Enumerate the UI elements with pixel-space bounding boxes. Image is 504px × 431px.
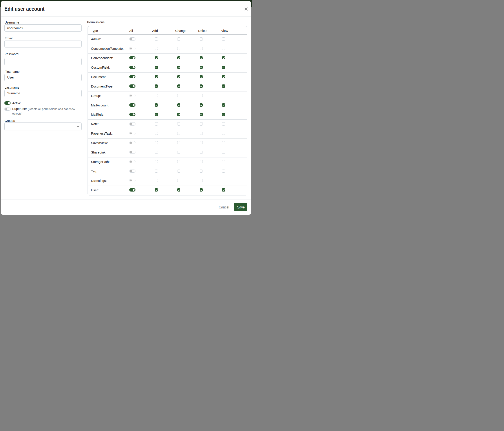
perm-all-toggle[interactable] (129, 113, 135, 116)
perm-all-toggle[interactable] (129, 47, 135, 50)
perm-delete-checkbox[interactable] (200, 94, 203, 97)
perm-add-checkbox[interactable] (155, 113, 158, 116)
perm-delete-checkbox[interactable] (200, 141, 203, 144)
check-icon (155, 189, 158, 191)
perm-delete-checkbox[interactable] (200, 37, 203, 41)
perm-view-checkbox[interactable] (222, 122, 225, 126)
active-toggle[interactable] (4, 101, 10, 105)
perm-change-checkbox[interactable] (177, 113, 180, 116)
perm-add-checkbox[interactable] (155, 66, 158, 69)
perm-change-checkbox[interactable] (177, 132, 180, 135)
perm-change-checkbox[interactable] (177, 84, 180, 88)
perm-view-checkbox[interactable] (222, 113, 225, 116)
perm-change-checkbox[interactable] (177, 170, 180, 173)
save-button[interactable]: Save (234, 203, 247, 211)
perm-delete-checkbox[interactable] (200, 75, 203, 79)
perm-add-checkbox[interactable] (155, 170, 158, 173)
perm-add-checkbox[interactable] (155, 47, 158, 50)
perm-add-checkbox[interactable] (155, 188, 158, 191)
perm-change-checkbox[interactable] (177, 160, 180, 163)
perm-delete-checkbox[interactable] (200, 122, 203, 126)
superuser-toggle[interactable] (4, 108, 10, 111)
perm-view-checkbox[interactable] (222, 188, 225, 191)
perm-add-checkbox[interactable] (155, 179, 158, 182)
perm-all-toggle[interactable] (129, 160, 135, 163)
perm-delete-checkbox[interactable] (200, 103, 203, 107)
perm-delete-checkbox[interactable] (200, 113, 203, 116)
perm-delete-checkbox[interactable] (200, 179, 203, 182)
perm-change-checkbox[interactable] (177, 47, 180, 50)
username-input[interactable] (4, 24, 81, 32)
perm-change-checkbox[interactable] (177, 179, 180, 182)
perm-add-checkbox[interactable] (155, 151, 158, 154)
perm-change-checkbox[interactable] (177, 188, 180, 191)
perm-delete-checkbox[interactable] (200, 56, 203, 60)
perm-view-checkbox[interactable] (222, 84, 225, 88)
perm-all-toggle[interactable] (129, 75, 135, 79)
last-name-input[interactable] (4, 90, 81, 97)
close-button[interactable] (243, 6, 249, 12)
perm-add-checkbox[interactable] (155, 132, 158, 135)
perm-add-checkbox[interactable] (155, 103, 158, 107)
perm-all-toggle[interactable] (129, 103, 135, 107)
perm-delete-checkbox[interactable] (200, 47, 203, 50)
perm-all-toggle[interactable] (129, 132, 135, 135)
perm-all-toggle[interactable] (129, 84, 135, 88)
email-input[interactable] (4, 40, 81, 47)
perm-delete-checkbox[interactable] (200, 132, 203, 135)
password-input[interactable] (4, 58, 81, 65)
perm-col-header-type: Type (91, 27, 98, 35)
perm-view-checkbox[interactable] (222, 66, 225, 69)
perm-add-checkbox[interactable] (155, 160, 158, 163)
perm-change-checkbox[interactable] (177, 56, 180, 60)
perm-change-checkbox[interactable] (177, 103, 180, 107)
perm-view-checkbox[interactable] (222, 160, 225, 163)
perm-delete-checkbox[interactable] (200, 151, 203, 154)
perm-add-checkbox[interactable] (155, 94, 158, 97)
perm-add-checkbox[interactable] (155, 75, 158, 79)
perm-delete-checkbox[interactable] (200, 84, 203, 88)
perm-view-checkbox[interactable] (222, 56, 225, 60)
perm-view-checkbox[interactable] (222, 141, 225, 144)
perm-all-toggle[interactable] (129, 94, 135, 97)
perm-change-checkbox[interactable] (177, 122, 180, 126)
perm-add-checkbox[interactable] (155, 122, 158, 126)
perm-add-checkbox[interactable] (155, 141, 158, 144)
perm-delete-checkbox[interactable] (200, 160, 203, 163)
perm-view-checkbox[interactable] (222, 179, 225, 182)
perm-view-checkbox[interactable] (222, 132, 225, 135)
perm-delete-checkbox[interactable] (200, 170, 203, 173)
field-label: First name (4, 69, 81, 74)
perm-delete-checkbox[interactable] (200, 66, 203, 69)
perm-all-toggle[interactable] (129, 122, 135, 126)
perm-view-checkbox[interactable] (222, 47, 225, 50)
perm-change-checkbox[interactable] (177, 141, 180, 144)
perm-all-toggle[interactable] (129, 37, 135, 41)
perm-view-checkbox[interactable] (222, 103, 225, 107)
perm-all-toggle[interactable] (129, 56, 135, 60)
perm-view-checkbox[interactable] (222, 75, 225, 79)
perm-view-checkbox[interactable] (222, 94, 225, 97)
perm-all-toggle[interactable] (129, 170, 135, 173)
first-name-input[interactable] (4, 74, 81, 81)
perm-view-checkbox[interactable] (222, 37, 225, 41)
perm-delete-checkbox[interactable] (200, 188, 203, 191)
perm-add-checkbox[interactable] (155, 56, 158, 60)
perm-all-toggle[interactable] (129, 141, 135, 144)
perm-all-toggle[interactable] (129, 66, 135, 69)
perm-all-toggle[interactable] (129, 151, 135, 154)
perm-change-checkbox[interactable] (177, 75, 180, 79)
perm-change-checkbox[interactable] (177, 66, 180, 69)
perm-add-checkbox[interactable] (155, 84, 158, 88)
perm-change-checkbox[interactable] (177, 37, 180, 41)
perm-add-checkbox[interactable] (155, 37, 158, 41)
perm-change-checkbox[interactable] (177, 94, 180, 97)
toggle-knob (133, 114, 135, 116)
perm-all-toggle[interactable] (129, 179, 135, 182)
groups-select[interactable] (4, 123, 81, 130)
perm-view-checkbox[interactable] (222, 170, 225, 173)
perm-change-checkbox[interactable] (177, 151, 180, 154)
perm-all-toggle[interactable] (129, 188, 135, 191)
perm-view-checkbox[interactable] (222, 151, 225, 154)
cancel-button[interactable]: Cancel (216, 203, 232, 211)
